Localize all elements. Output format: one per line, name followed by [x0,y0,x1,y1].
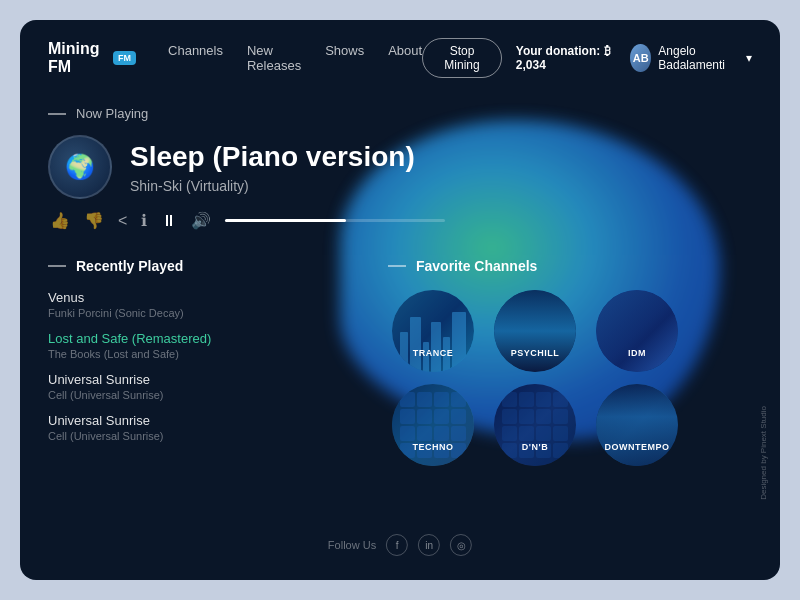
list-item[interactable]: Lost and Safe (Remastered) The Books (Lo… [48,331,348,360]
list-item[interactable]: Universal Sunrise Cell (Universal Sunris… [48,413,348,442]
instagram-icon[interactable]: ◎ [450,534,472,556]
thumbs-up-icon[interactable]: 👍 [50,211,70,230]
navbar: Mining FM FM Channels New Releases Shows… [20,20,780,96]
thumbs-down-icon[interactable]: 👎 [84,211,104,230]
nav-shows[interactable]: Shows [325,43,364,73]
track-item-title: Universal Sunrise [48,372,348,387]
track-item-title: Universal Sunrise [48,413,348,428]
channel-dnb[interactable]: D'N'B [490,384,580,466]
nav-about[interactable]: About [388,43,422,73]
channel-dnb-circle: D'N'B [494,384,576,466]
track-artist: Shin-Ski (Virtuality) [130,178,415,194]
channels-grid: TRANCE PSYCHILL IDM [388,290,752,466]
favorite-channels-section: Favorite Channels TRANCE [388,258,752,466]
track-item-subtitle: Cell (Universal Sunrise) [48,389,348,401]
recently-played-section: Recently Played Venus Funki Porcini (Son… [48,258,348,466]
progress-bar-container[interactable] [225,219,445,222]
follow-us-label: Follow Us [328,539,376,551]
logo-text: Mining FM [48,40,107,76]
channel-downtempo[interactable]: DOWNTEMPO [592,384,682,466]
share-icon[interactable]: < [118,212,127,230]
now-playing-section: Now Playing 🌍 Sleep (Piano version) Shin… [20,96,780,230]
favorite-channels-header: Favorite Channels [388,258,752,274]
channel-psychill[interactable]: PSYCHILL [490,290,580,372]
avatar: AB [630,44,651,72]
channel-psychill-circle: PSYCHILL [494,290,576,372]
channel-idm[interactable]: IDM [592,290,682,372]
track-list: Venus Funki Porcini (Sonic Decay) Lost a… [48,290,348,442]
progress-fill [225,219,346,222]
track-item-title: Lost and Safe (Remastered) [48,331,348,346]
follow-us-bar: Follow Us f in ◎ [328,534,472,556]
logo[interactable]: Mining FM FM [48,40,136,76]
channel-techno[interactable]: TECHNO [388,384,478,466]
progress-bar[interactable] [225,219,445,222]
list-item[interactable]: Venus Funki Porcini (Sonic Decay) [48,290,348,319]
channel-techno-circle: TECHNO [392,384,474,466]
side-text: Designed by Pinext Studio [759,406,768,500]
nav-links: Channels New Releases Shows About [168,43,422,73]
app-container: Mining FM FM Channels New Releases Shows… [20,20,780,580]
recently-played-header: Recently Played [48,258,348,274]
grid-overlay [392,384,474,466]
chevron-down-icon: ▾ [746,51,752,65]
channel-trance[interactable]: TRANCE [388,290,478,372]
pause-icon[interactable]: ⏸ [161,212,177,230]
now-playing-label: Now Playing [48,106,752,121]
channel-downtempo-circle: DOWNTEMPO [596,384,678,466]
facebook-icon[interactable]: f [386,534,408,556]
volume-icon[interactable]: 🔊 [191,211,211,230]
user-menu[interactable]: AB Angelo Badalamenti ▾ [630,44,752,72]
player-controls: 👍 👎 < ℹ ⏸ 🔊 [50,211,752,230]
track-info: 🌍 Sleep (Piano version) Shin-Ski (Virtua… [48,135,752,199]
user-name: Angelo Badalamenti [658,44,739,72]
nav-new-releases[interactable]: New Releases [247,43,301,73]
bottom-section: Recently Played Venus Funki Porcini (Son… [20,230,780,466]
track-details: Sleep (Piano version) Shin-Ski (Virtuali… [130,140,415,194]
list-item[interactable]: Universal Sunrise Cell (Universal Sunris… [48,372,348,401]
channel-idm-circle: IDM [596,290,678,372]
track-item-title: Venus [48,290,348,305]
track-title: Sleep (Piano version) [130,140,415,174]
info-icon[interactable]: ℹ [141,211,147,230]
stop-mining-button[interactable]: Stop Mining [422,38,502,78]
logo-badge: FM [113,51,136,65]
nav-channels[interactable]: Channels [168,43,223,73]
track-artwork: 🌍 [48,135,112,199]
donation-display: Your donation: ₿ 2,034 [516,44,616,72]
track-item-subtitle: The Books (Lost and Safe) [48,348,348,360]
linkedin-icon[interactable]: in [418,534,440,556]
track-item-subtitle: Funki Porcini (Sonic Decay) [48,307,348,319]
track-item-subtitle: Cell (Universal Sunrise) [48,430,348,442]
nav-right: Stop Mining Your donation: ₿ 2,034 AB An… [422,38,752,78]
channel-trance-circle: TRANCE [392,290,474,372]
